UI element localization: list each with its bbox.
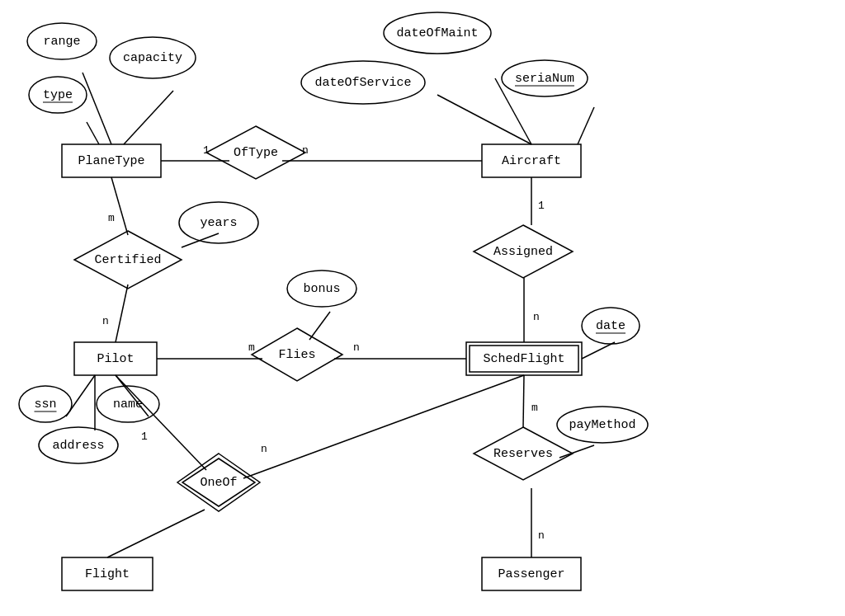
er-diagram bbox=[0, 0, 845, 616]
